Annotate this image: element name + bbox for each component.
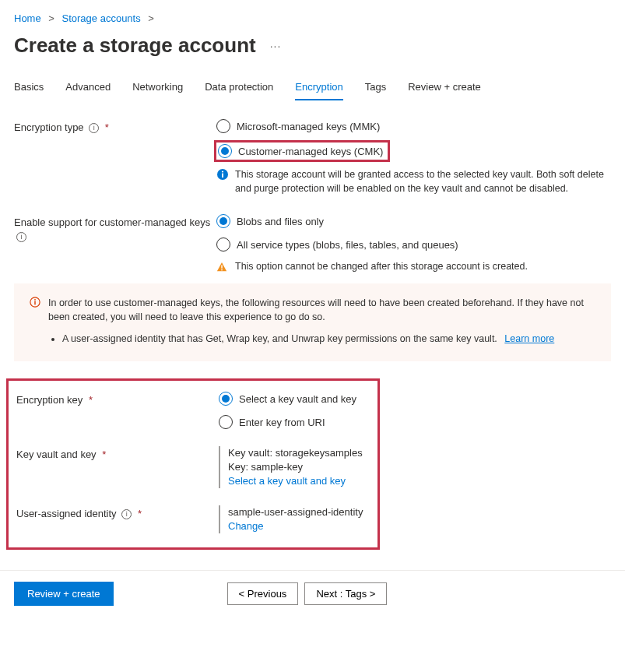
chevron-right-icon: > [148, 12, 154, 24]
info-icon [30, 297, 40, 308]
tab-basics[interactable]: Basics [14, 76, 44, 100]
radio-select-key-vault[interactable]: Select a key vault and key [219, 392, 367, 406]
tab-encryption[interactable]: Encryption [295, 76, 342, 100]
radio-label: Microsoft-managed keys (MMK) [237, 121, 380, 132]
required-mark: * [138, 508, 142, 519]
svg-point-2 [222, 171, 223, 172]
value-block: sample-user-assigned-identity Change [219, 505, 367, 533]
label-text: Encryption type [14, 121, 84, 133]
info-text: This storage account will be granted acc… [235, 167, 611, 195]
radio-cmk-row[interactable]: Customer-managed keys (CMK) [216, 142, 611, 160]
key-vault-value: Key vault: storagekeysamples [228, 446, 367, 460]
previous-button[interactable]: < Previous [227, 582, 299, 605]
warning-icon [216, 262, 227, 273]
label-text: Enable support for customer-managed keys [14, 216, 210, 228]
radio-icon [216, 214, 230, 228]
tab-advanced[interactable]: Advanced [65, 76, 111, 100]
label-key-vault-and-key: Key vault and key * [16, 446, 219, 462]
page-header: Create a storage account ··· [0, 29, 625, 72]
radio-mmk[interactable]: Microsoft-managed keys (MMK) [216, 119, 611, 133]
info-cmk: This storage account will be granted acc… [216, 167, 611, 195]
tab-networking[interactable]: Networking [132, 76, 183, 100]
controls-encryption-type: Microsoft-managed keys (MMK) Customer-ma… [216, 119, 611, 203]
info-icon[interactable]: i [89, 123, 99, 133]
required-mark: * [105, 121, 109, 133]
highlight-section-encryption: Encryption key * Select a key vault and … [6, 378, 380, 550]
tab-tags[interactable]: Tags [365, 76, 386, 100]
row-encryption-key: Encryption key * Select a key vault and … [16, 392, 367, 429]
warn-enable-support: This option cannot be changed after this… [216, 261, 611, 273]
callout-prerequisites: In order to use customer-managed keys, t… [14, 283, 611, 361]
tab-data-protection[interactable]: Data protection [205, 76, 273, 100]
radio-label: Blobs and files only [237, 216, 324, 227]
controls-enable-support: Blobs and files only All service types (… [216, 214, 611, 273]
label-user-identity: User-assigned identity i * [16, 505, 219, 521]
row-enable-support: Enable support for customer-managed keys… [14, 214, 611, 273]
key-value: Key: sample-key [228, 460, 367, 474]
radio-icon [216, 237, 230, 252]
bullet-text: A user-assigned identity that has Get, W… [62, 333, 497, 344]
radio-label: Select a key vault and key [239, 393, 356, 405]
info-icon[interactable]: i [121, 509, 132, 519]
next-button[interactable]: Next : Tags > [304, 582, 387, 605]
svg-point-7 [34, 299, 36, 301]
controls-user-identity: sample-user-assigned-identity Change [219, 505, 367, 533]
row-key-vault-and-key: Key vault and key * Key vault: storageke… [16, 446, 367, 488]
label-text: User-assigned identity [16, 508, 117, 519]
tab-review-create[interactable]: Review + create [408, 76, 481, 100]
breadcrumb-storage-accounts[interactable]: Storage accounts [62, 12, 141, 24]
form-area: Encryption type i * Microsoft-managed ke… [0, 119, 625, 550]
radio-enter-uri[interactable]: Enter key from URI [219, 415, 367, 429]
row-user-identity: User-assigned identity i * sample-user-a… [16, 505, 367, 533]
breadcrumb: Home > Storage accounts > [0, 0, 625, 29]
callout-text: In order to use customer-managed keys, t… [48, 296, 595, 324]
radio-icon [219, 392, 233, 406]
select-key-vault-link[interactable]: Select a key vault and key [228, 474, 367, 488]
svg-rect-1 [222, 174, 223, 178]
chevron-right-icon: > [48, 12, 54, 24]
radio-icon [216, 119, 230, 133]
svg-rect-6 [34, 301, 35, 305]
radio-label: Customer-managed keys (CMK) [238, 146, 383, 157]
radio-blobs-files[interactable]: Blobs and files only [216, 214, 611, 228]
required-mark: * [102, 449, 106, 460]
radio-label: Enter key from URI [239, 417, 325, 428]
controls-encryption-key: Select a key vault and key Enter key fro… [219, 392, 367, 429]
learn-more-link[interactable]: Learn more [504, 333, 554, 344]
svg-rect-3 [221, 265, 222, 268]
radio-icon [218, 144, 232, 158]
label-encryption-key: Encryption key * [16, 392, 219, 407]
more-button[interactable]: ··· [270, 40, 282, 52]
tabs: Basics Advanced Networking Data protecti… [0, 76, 625, 100]
info-icon [216, 168, 229, 181]
info-icon[interactable]: i [16, 232, 26, 242]
svg-point-4 [221, 269, 223, 271]
callout-bullet: A user-assigned identity that has Get, W… [62, 332, 595, 346]
footer-bar: Review + create < Previous Next : Tags > [0, 570, 625, 617]
change-identity-link[interactable]: Change [228, 519, 367, 533]
callout-body: In order to use customer-managed keys, t… [48, 296, 595, 346]
radio-icon [219, 415, 233, 429]
radio-label: All service types (blobs, files, tables,… [237, 239, 458, 251]
highlight-cmk: Customer-managed keys (CMK) [214, 140, 390, 162]
warn-text: This option cannot be changed after this… [235, 261, 528, 273]
radio-all-services[interactable]: All service types (blobs, files, tables,… [216, 237, 611, 252]
value-block: Key vault: storagekeysamples Key: sample… [219, 446, 367, 488]
label-text: Key vault and key [16, 449, 97, 460]
label-encryption-type: Encryption type i * [14, 119, 216, 135]
review-create-button[interactable]: Review + create [14, 582, 114, 606]
controls-key-vault-and-key: Key vault: storagekeysamples Key: sample… [219, 446, 367, 488]
breadcrumb-home[interactable]: Home [14, 12, 41, 24]
row-encryption-type: Encryption type i * Microsoft-managed ke… [14, 119, 611, 203]
label-text: Encryption key [16, 394, 83, 406]
label-enable-support: Enable support for customer-managed keys… [14, 214, 216, 244]
page-title: Create a storage account [14, 33, 256, 58]
required-mark: * [89, 394, 93, 406]
identity-value: sample-user-assigned-identity [228, 505, 367, 519]
